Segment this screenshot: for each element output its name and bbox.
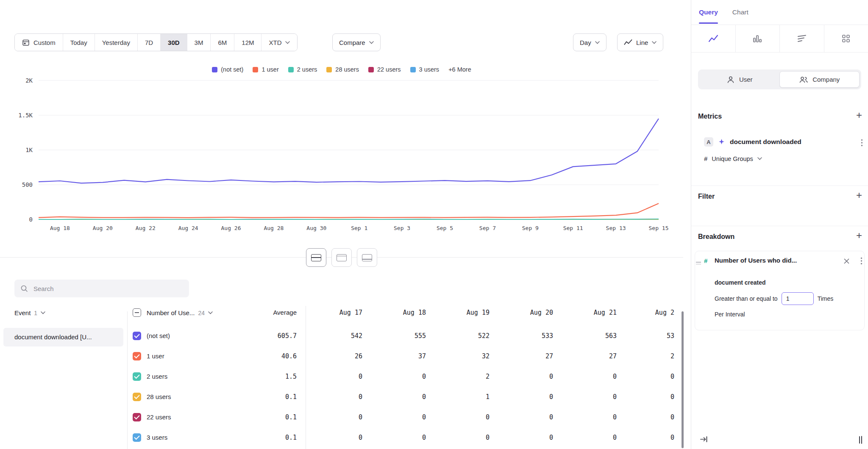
indeterminate-icon <box>135 312 139 313</box>
series-checkbox[interactable] <box>133 433 141 442</box>
table-vertical-scrollbar[interactable] <box>682 311 684 448</box>
legend-item[interactable]: 2 users <box>288 66 317 73</box>
add-breakdown-button[interactable]: + <box>856 231 862 240</box>
section-divider <box>691 226 868 226</box>
date-column-header: Aug 20 <box>496 309 560 316</box>
scope-user-option[interactable]: User <box>700 71 779 88</box>
date-column-header: Aug 21 <box>560 309 623 316</box>
event-spark-icon <box>718 139 725 146</box>
company-icon <box>799 75 808 84</box>
range-today-button[interactable]: Today <box>63 34 95 51</box>
event-column-header[interactable]: Event 1 <box>14 309 45 316</box>
date-column-header: Aug 2 <box>623 309 680 316</box>
range-12m-button[interactable]: 12M <box>234 34 261 51</box>
range-3m-button[interactable]: 3M <box>187 34 211 51</box>
legend-item[interactable]: 3 users <box>410 66 440 73</box>
custom-range-button[interactable]: Custom <box>15 34 63 51</box>
value-cell: 0 <box>560 373 623 380</box>
svg-text:Sep 7: Sep 7 <box>479 225 496 231</box>
series-name: 22 users <box>147 413 171 421</box>
add-filter-button[interactable]: + <box>856 191 862 200</box>
series-average: 0.1 <box>229 413 297 421</box>
times-value-input[interactable] <box>782 292 814 305</box>
collapse-panel-icon[interactable] <box>700 435 708 445</box>
legend-item[interactable]: 1 user <box>253 66 278 73</box>
legend-item[interactable]: (not set) <box>212 66 243 73</box>
custom-label: Custom <box>33 39 56 46</box>
chart-type-funnel-button[interactable] <box>779 25 824 52</box>
value-cell: 0 <box>496 393 560 401</box>
range-yesterday-button[interactable]: Yesterday <box>95 34 137 51</box>
granularity-button[interactable]: Day <box>573 33 606 51</box>
legend-more-button[interactable]: +6 More <box>448 66 471 73</box>
chart-type-button[interactable]: Line <box>617 33 663 51</box>
chart-type-line-button[interactable] <box>691 25 735 52</box>
check-icon <box>134 353 139 358</box>
condition-prefix-label: Greater than or equal to <box>715 295 778 302</box>
sidebar-toggle-icon[interactable] <box>861 436 862 444</box>
layout-table-only-button[interactable] <box>357 248 377 267</box>
legend-label: (not set) <box>221 66 243 73</box>
series-checkbox[interactable] <box>133 352 141 360</box>
range-xtd-button[interactable]: XTD <box>261 34 297 51</box>
value-cell: 0 <box>623 393 680 401</box>
value-cell: 0 <box>369 373 433 380</box>
svg-text:500: 500 <box>22 181 33 188</box>
scope-company-option[interactable]: Company <box>779 71 860 88</box>
table-row: 1 user 40.6 26 37 32 27 27 2 <box>0 346 683 366</box>
legend-item[interactable]: 22 users <box>368 66 401 73</box>
aggregation-label: Unique Groups <box>712 155 753 162</box>
value-cell: 555 <box>369 332 433 340</box>
select-all-checkbox[interactable] <box>133 308 141 317</box>
range-6m-button[interactable]: 6M <box>210 34 234 51</box>
range-7d-button[interactable]: 7D <box>137 34 160 51</box>
range-30d-button[interactable]: 30D <box>160 34 187 51</box>
search-box <box>14 280 189 297</box>
breakdown-title: Number of Users who did... <box>715 257 797 264</box>
line-chart-icon <box>708 34 718 43</box>
tab-query[interactable]: Query <box>699 0 718 25</box>
layout-chart-only-icon <box>337 254 347 261</box>
more-chart-types-button[interactable] <box>824 25 868 52</box>
kebab-menu-icon[interactable] <box>860 257 862 265</box>
series-checkbox[interactable] <box>133 393 141 401</box>
calendar-icon <box>22 39 30 46</box>
kebab-menu-icon[interactable] <box>861 139 863 147</box>
legend-label: 2 users <box>297 66 317 73</box>
compare-button[interactable]: Compare <box>332 33 381 51</box>
metric-row[interactable]: A document downloaded <box>704 137 801 147</box>
layout-split-button[interactable] <box>306 248 326 267</box>
tab-chart[interactable]: Chart <box>732 0 748 25</box>
svg-text:1.5K: 1.5K <box>18 112 33 119</box>
chevron-down-icon <box>41 311 45 314</box>
close-icon[interactable] <box>844 258 849 264</box>
metric-letter-badge: A <box>704 137 713 147</box>
7d-label: 7D <box>145 39 153 46</box>
per-interval-selector[interactable]: Per Interval <box>715 311 745 318</box>
svg-text:Sep 11: Sep 11 <box>563 225 583 231</box>
check-icon <box>134 434 139 440</box>
layout-chart-only-button[interactable] <box>331 248 352 267</box>
value-cell: 522 <box>433 332 496 340</box>
table-row: 28 users 0.1 0 0 1 0 0 0 <box>0 387 683 407</box>
drag-handle-icon[interactable] <box>696 261 701 266</box>
filter-heading: Filter <box>698 193 715 200</box>
aggregation-selector[interactable]: # Unique Groups <box>704 155 762 162</box>
layout-split-icon <box>311 254 321 261</box>
funnel-chart-icon <box>797 34 807 43</box>
chart-type-bar-button[interactable] <box>735 25 780 52</box>
series-column-header[interactable]: Number of Use... 24 <box>147 309 213 316</box>
add-metric-button[interactable]: + <box>856 111 862 119</box>
legend-label: 1 user <box>262 66 278 73</box>
series-header-label: Number of Use... <box>147 309 195 316</box>
series-count: 24 <box>198 310 205 316</box>
check-icon <box>134 373 139 379</box>
series-checkbox[interactable] <box>133 372 141 381</box>
value-cell: 27 <box>496 352 560 360</box>
series-checkbox[interactable] <box>133 332 141 340</box>
series-checkbox[interactable] <box>133 413 141 421</box>
svg-text:1K: 1K <box>25 147 33 153</box>
search-input[interactable] <box>33 285 183 293</box>
scope-company-label: Company <box>812 76 840 83</box>
legend-item[interactable]: 28 users <box>326 66 359 73</box>
